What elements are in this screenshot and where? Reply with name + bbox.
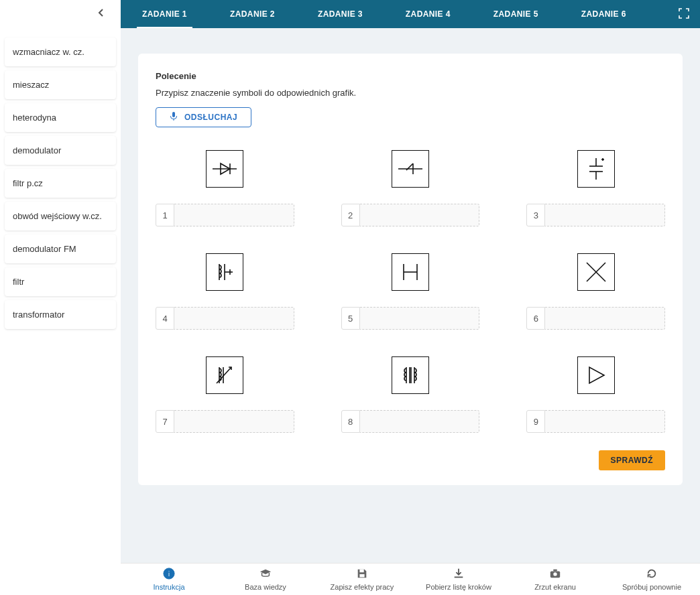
drop-slot[interactable]: [360, 307, 480, 330]
drop-slot[interactable]: [545, 307, 665, 330]
transformer-icon: [392, 356, 429, 394]
chip[interactable]: mieszacz: [5, 70, 116, 99]
bottom-item-label: Zapisz efekty pracy: [331, 583, 394, 591]
slot-number: 7: [156, 410, 174, 433]
camera-icon: [549, 568, 561, 581]
bottom-toolbar: InstrukcjaBaza wiedzyZapisz efekty pracy…: [121, 563, 700, 595]
slot-number: 1: [156, 204, 174, 226]
diode-icon: [206, 150, 243, 188]
slot-number: 6: [526, 307, 545, 330]
symbol-cell: 1: [156, 150, 294, 226]
bottom-grad-button[interactable]: Baza wiedzy: [232, 568, 299, 591]
chip[interactable]: filtr: [5, 267, 116, 296]
answer-chips-sidebar: wzmacniacz w. cz. mieszacz heterodyna de…: [0, 28, 121, 338]
symbol-cell: 8: [341, 356, 480, 433]
chip[interactable]: transformator: [5, 300, 116, 329]
bottom-refresh-button[interactable]: Spróbuj ponownie: [618, 568, 685, 591]
symbol-cell: 2: [341, 150, 480, 226]
mic-icon: [170, 112, 178, 123]
bottom-camera-button[interactable]: Zrzut ekranu: [522, 568, 589, 591]
slot-number: 9: [526, 410, 545, 433]
drop-slot[interactable]: [174, 307, 294, 330]
grad-icon: [259, 568, 272, 581]
chip[interactable]: wzmacniacz w. cz.: [5, 38, 116, 66]
slot-number: 2: [341, 204, 360, 226]
listen-label: ODSŁUCHAJ: [184, 113, 237, 122]
drop-slot[interactable]: [174, 410, 294, 433]
sidebar-header: [0, 0, 121, 28]
detector-icon: [392, 150, 429, 188]
tab-zadanie-6[interactable]: ZADANIE 6: [576, 0, 632, 28]
slot-number: 4: [156, 307, 174, 330]
info-icon: [163, 568, 175, 581]
chip[interactable]: obwód wejściowy w.cz.: [5, 202, 116, 230]
tab-zadanie-5[interactable]: ZADANIE 5: [488, 0, 544, 28]
symbol-cell: 9: [526, 356, 665, 433]
bottom-item-label: Spróbuj ponownie: [622, 583, 681, 591]
listen-button[interactable]: ODSŁUCHAJ: [156, 107, 251, 127]
tab-zadanie-4[interactable]: ZADANIE 4: [400, 0, 456, 28]
symbol-cell: 5: [341, 253, 480, 330]
chip[interactable]: demodulator FM: [5, 235, 116, 263]
slot-number: 3: [526, 204, 545, 226]
symbol-cell: 4: [156, 253, 294, 330]
slot-number: 5: [341, 307, 360, 330]
bottom-item-label: Pobierz listę kroków: [426, 583, 491, 591]
save-icon: [356, 568, 368, 581]
drop-slot[interactable]: [360, 410, 480, 433]
amplifier-icon: [577, 356, 615, 394]
symbol-cell: 7: [156, 356, 294, 433]
chip[interactable]: filtr p.cz: [5, 169, 116, 198]
symbol-cell: 6: [526, 253, 665, 330]
drop-slot[interactable]: [360, 204, 480, 226]
cap-tuned-icon: [577, 150, 615, 188]
heterodyne-icon: [392, 253, 429, 291]
task-heading: Polecenie: [156, 71, 665, 81]
fullscreen-icon[interactable]: [679, 8, 689, 21]
refresh-icon: [646, 568, 658, 581]
bottom-item-label: Instrukcja: [153, 583, 184, 591]
coil-core-icon: [206, 253, 243, 291]
check-button[interactable]: SPRAWDŹ: [599, 450, 666, 470]
tab-zadanie-1[interactable]: ZADANIE 1: [137, 0, 192, 28]
drop-slot[interactable]: [545, 204, 665, 226]
tab-zadanie-2[interactable]: ZADANIE 2: [225, 0, 280, 28]
bottom-download-button[interactable]: Pobierz listę kroków: [425, 568, 492, 591]
slot-number: 8: [341, 410, 360, 433]
bottom-save-button[interactable]: Zapisz efekty pracy: [329, 568, 396, 591]
bottom-info-button[interactable]: Instrukcja: [135, 568, 202, 591]
drop-slot[interactable]: [174, 204, 294, 226]
task-instruction: Przypisz znaczenie symboli do odpowiedni…: [156, 88, 665, 98]
download-icon: [453, 568, 465, 581]
task-card: Polecenie Przypisz znaczenie symboli do …: [138, 54, 683, 485]
mixer-icon: [577, 253, 615, 291]
symbol-cell: 3: [526, 150, 665, 226]
bottom-item-label: Zrzut ekranu: [534, 583, 576, 591]
bottom-item-label: Baza wiedzy: [245, 583, 286, 591]
chip[interactable]: heterodyna: [5, 103, 116, 132]
tab-zadanie-3[interactable]: ZADANIE 3: [312, 0, 368, 28]
drop-slot[interactable]: [545, 410, 665, 433]
chevron-left-icon[interactable]: [98, 8, 105, 20]
var-inductor-icon: [206, 356, 243, 394]
chip[interactable]: demodulator: [5, 136, 116, 165]
